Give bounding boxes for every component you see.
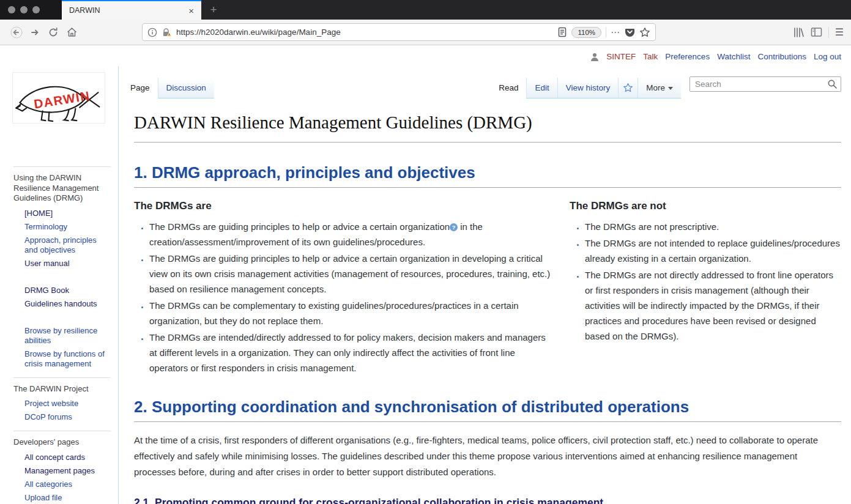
forward-button[interactable]: [26, 23, 44, 42]
home-icon: [66, 26, 78, 38]
drmgs-are-column: The DRMGs are The DRMGs are guiding prin…: [134, 200, 555, 377]
back-button[interactable]: [7, 23, 26, 42]
logout-link[interactable]: Log out: [814, 52, 841, 61]
toolbar-separator: [828, 27, 829, 38]
menu-icon[interactable]: ☰: [835, 26, 844, 38]
library-icon[interactable]: [792, 27, 805, 38]
two-column-block: The DRMGs are The DRMGs are guiding prin…: [134, 200, 841, 377]
sidebar-divider: [13, 166, 111, 167]
sidebar: DARWIN Using the DARWIN Resilience Manag…: [0, 45, 118, 504]
tab-read[interactable]: Read: [491, 78, 526, 98]
chevron-down-icon: [668, 87, 673, 90]
site-info-icon[interactable]: [147, 28, 157, 37]
sidebar-item-terminology[interactable]: Terminology: [24, 222, 111, 232]
article-body: DARWIN Resilience Management Guidelines …: [119, 113, 851, 504]
window-zoom-button[interactable]: [32, 6, 40, 13]
contributions-link[interactable]: Contributions: [757, 52, 806, 61]
watchlist-link[interactable]: Watchlist: [717, 52, 750, 61]
sidebar-group: Browse by resilience abilities Browse by…: [13, 326, 111, 369]
darwin-logo-text: DARWIN: [33, 88, 91, 111]
sidebar-item-all-concept-cards[interactable]: All concept cards: [24, 453, 111, 462]
search-icon[interactable]: [827, 79, 838, 89]
watch-star-icon: [623, 83, 633, 93]
page-title: DARWIN Resilience Management Guidelines …: [134, 113, 841, 143]
sidebar-divider: [13, 377, 111, 378]
pocket-icon[interactable]: [625, 27, 635, 37]
more-label: More: [646, 83, 665, 92]
list-item: The DRMGs can be complementary to existi…: [149, 298, 555, 328]
list-item: The DRMGs are not directly addressed to …: [585, 267, 841, 344]
search-input[interactable]: [689, 76, 841, 92]
sidebar-item-all-categories[interactable]: All categories: [24, 480, 111, 489]
sidebar-item-approach[interactable]: Approach, principles and objectives: [24, 235, 111, 255]
username-link[interactable]: SINTEF: [606, 52, 636, 61]
sidebar-item-guidelines-handouts[interactable]: Guidelines handouts: [24, 299, 111, 309]
sidebar-heading-developers-pages: Developers' pages: [13, 437, 111, 448]
sidebar-navigation: Using the DARWIN Resilience Management G…: [13, 166, 111, 503]
forward-icon: [29, 26, 41, 39]
browser-tab[interactable]: DARWIN ×: [62, 0, 201, 20]
sidebar-divider: [13, 431, 111, 431]
more-menu[interactable]: More: [637, 78, 681, 98]
sidebar-item-dcop-forums[interactable]: DCoP forums: [24, 412, 111, 422]
sidebar-item-browse-resilience[interactable]: Browse by resilience abilities: [24, 326, 111, 346]
macos-window-controls[interactable]: [0, 0, 62, 20]
tab-discussion[interactable]: Discussion: [158, 78, 214, 98]
tab-edit[interactable]: Edit: [526, 78, 557, 98]
section-2-paragraph: At the time of a crisis, first responder…: [134, 432, 841, 480]
drmgs-are-heading: The DRMGs are: [134, 200, 555, 212]
wiki-page: SINTEF Talk Preferences Watchlist Contri…: [0, 45, 851, 504]
sidebar-item-user-manual[interactable]: User manual: [24, 259, 111, 269]
zoom-level-badge[interactable]: 110%: [571, 27, 601, 38]
user-icon: [590, 53, 599, 61]
tab-close-icon[interactable]: ×: [187, 6, 195, 16]
drmgs-are-not-heading: The DRMGs are not: [570, 200, 841, 212]
sidebar-group: Project website DCoP forums: [13, 399, 111, 422]
window-close-button[interactable]: [8, 6, 15, 13]
browser-tab-title: DARWIN: [69, 6, 187, 15]
preferences-link[interactable]: Preferences: [665, 52, 710, 61]
url-text[interactable]: https://h2020darwin.eu/wiki/page/Main_Pa…: [176, 28, 553, 37]
sidebar-item-management-pages[interactable]: Management pages: [24, 466, 111, 476]
section-2-heading: 2. Supporting coordination and synchroni…: [134, 398, 841, 422]
talk-link[interactable]: Talk: [643, 52, 658, 61]
search-box: [689, 76, 841, 92]
window-minimize-button[interactable]: [20, 6, 28, 13]
page-actions-icon[interactable]: ⋯: [611, 27, 620, 38]
insecure-lock-warning-icon[interactable]: [162, 28, 172, 37]
list-item: The DRMGs are not intended to replace gu…: [585, 235, 841, 266]
view-tabs: Read Edit View history More: [491, 78, 681, 98]
sidebar-item-project-website[interactable]: Project website: [24, 399, 111, 409]
sidebar-item-home[interactable]: [HOME]: [24, 209, 111, 218]
list-item: The DRMGs are intended/directly addresse…: [149, 330, 555, 376]
sidebars-icon[interactable]: [811, 27, 822, 37]
personal-bar: SINTEF Talk Preferences Watchlist Contri…: [590, 52, 841, 61]
url-bar[interactable]: https://h2020darwin.eu/wiki/page/Main_Pa…: [142, 23, 656, 41]
toolbar-separator: [606, 27, 606, 38]
reload-button[interactable]: [44, 23, 62, 42]
browser-tab-bar: DARWIN × +: [0, 0, 851, 20]
sidebar-group: All concept cards Management pages All c…: [13, 453, 111, 503]
bookmark-star-icon[interactable]: [639, 27, 650, 38]
sidebar-heading-darwin-project: The DARWIN Project: [13, 384, 111, 395]
page-tab-strip: Page Discussion Read Edit View history M…: [119, 66, 851, 98]
help-tooltip-icon[interactable]: ?: [450, 223, 458, 231]
browser-toolbar: https://h2020darwin.eu/wiki/page/Main_Pa…: [0, 20, 851, 45]
back-icon: [10, 26, 23, 39]
drmgs-are-not-column: The DRMGs are not The DRMGs are not pres…: [570, 200, 841, 377]
reader-mode-icon[interactable]: [557, 27, 567, 37]
list-item: The DRMGs are guiding principles to help…: [149, 219, 555, 250]
tab-page[interactable]: Page: [122, 78, 158, 98]
drmgs-are-not-list: The DRMGs are not prescriptive. The DRMG…: [570, 219, 841, 344]
sidebar-heading-using-drmg: Using the DARWIN Resilience Management G…: [13, 173, 111, 204]
watch-star-button[interactable]: [618, 78, 637, 98]
section-1-heading: 1. DRMG approach, principles and objecti…: [134, 163, 841, 188]
sidebar-item-upload-file[interactable]: Upload file: [24, 493, 111, 503]
tab-view-history[interactable]: View history: [557, 78, 619, 98]
sidebar-item-browse-functions[interactable]: Browse by functions of crisis management: [24, 349, 111, 369]
namespace-tabs: Page Discussion: [122, 78, 214, 98]
new-tab-button[interactable]: +: [201, 0, 226, 20]
wiki-logo[interactable]: DARWIN: [12, 72, 105, 124]
home-button[interactable]: [62, 23, 81, 42]
sidebar-item-drmg-book[interactable]: DRMG Book: [24, 286, 111, 295]
